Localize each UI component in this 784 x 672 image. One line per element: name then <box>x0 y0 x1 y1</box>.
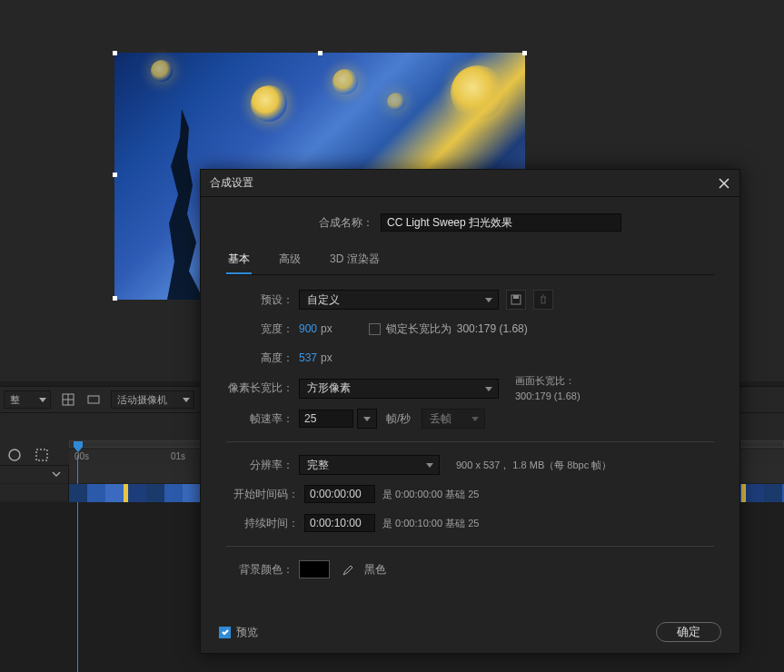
resolution-select[interactable]: 完整 <box>299 455 440 475</box>
selection-handle[interactable] <box>113 173 117 177</box>
framerate-label: 帧速率： <box>226 411 299 427</box>
magnification-dropdown[interactable]: 整 <box>4 390 51 409</box>
duration-label: 持续时间： <box>226 516 304 531</box>
delete-preset-icon[interactable] <box>533 290 553 310</box>
camera-dropdown[interactable]: 活动摄像机 <box>111 390 194 409</box>
preview-checkbox[interactable] <box>219 627 231 638</box>
playhead-icon[interactable] <box>73 440 84 455</box>
pixel-aspect-select[interactable]: 方形像素 <box>299 379 499 399</box>
selection-handle[interactable] <box>522 51 527 55</box>
preview-checkbox-label: 预览 <box>236 625 258 640</box>
ruler-tick-label: 01s <box>171 451 185 461</box>
framerate-unit: 帧/秒 <box>386 411 411 427</box>
framerate-dropdown-arrow[interactable] <box>357 409 377 429</box>
lock-aspect-ratio: 300:179 (1.68) <box>457 322 528 335</box>
height-value[interactable]: 537 <box>299 351 317 364</box>
bgcolor-name: 黑色 <box>364 562 386 578</box>
start-timecode-info: 是 0:00:00:00 基础 25 <box>382 487 479 502</box>
tab-basic[interactable]: 基本 <box>226 248 252 274</box>
selection-handle[interactable] <box>113 296 117 301</box>
resolution-info: 900 x 537， 1.8 MB（每 8bpc 帧） <box>456 458 611 473</box>
selection-handle[interactable] <box>318 51 323 55</box>
svg-point-4 <box>9 450 20 460</box>
duration-input[interactable] <box>304 514 375 532</box>
dialog-title: 合成设置 <box>210 175 253 191</box>
collapse-chevron-icon[interactable] <box>52 469 65 481</box>
composition-settings-dialog: 合成设置 合成名称： 基本 高级 3D 渲染器 预设： 自定义 宽度： 900 … <box>200 169 740 654</box>
height-label: 高度： <box>226 351 299 366</box>
bgcolor-label: 背景颜色： <box>226 562 299 578</box>
mask-icon[interactable] <box>85 391 102 408</box>
comp-name-input[interactable] <box>381 213 621 232</box>
lock-aspect-checkbox[interactable] <box>369 323 381 335</box>
pixel-aspect-label: 像素长宽比： <box>226 380 299 396</box>
comp-name-label: 合成名称： <box>319 215 373 231</box>
grid-icon[interactable] <box>60 391 76 408</box>
svg-rect-3 <box>88 396 99 403</box>
tab-3d-renderer[interactable]: 3D 渲染器 <box>328 248 382 274</box>
width-value[interactable]: 900 <box>299 322 317 335</box>
svg-rect-5 <box>36 450 47 460</box>
close-button[interactable] <box>718 177 730 190</box>
duration-info: 是 0:00:10:00 基础 25 <box>382 516 479 531</box>
width-unit: px <box>321 322 332 335</box>
frame-blend-icon[interactable] <box>35 448 49 465</box>
frame-aspect-label: 画面长宽比： <box>515 373 581 389</box>
width-label: 宽度： <box>226 321 299 337</box>
preset-select[interactable]: 自定义 <box>299 290 499 310</box>
framerate-input[interactable] <box>299 410 353 428</box>
shy-icon[interactable] <box>7 448 22 465</box>
preset-label: 预设： <box>226 292 299 308</box>
resolution-label: 分辨率： <box>226 458 299 473</box>
tabs: 基本 高级 3D 渲染器 <box>226 248 714 275</box>
start-timecode-label: 开始时间码： <box>226 487 304 502</box>
frame-aspect-value: 300:179 (1.68) <box>515 389 581 404</box>
start-timecode-input[interactable] <box>304 485 375 503</box>
svg-rect-9 <box>513 295 519 299</box>
tab-advanced[interactable]: 高级 <box>277 248 303 274</box>
bgcolor-swatch[interactable] <box>299 560 330 578</box>
lock-aspect-label: 锁定长宽比为 <box>386 321 452 337</box>
eyedropper-icon[interactable] <box>337 559 357 579</box>
save-preset-icon[interactable] <box>506 290 526 310</box>
ok-button[interactable]: 确定 <box>656 622 721 642</box>
height-unit: px <box>321 351 332 364</box>
selection-handle[interactable] <box>113 51 117 55</box>
dropframe-select: 丢帧 <box>422 409 485 429</box>
